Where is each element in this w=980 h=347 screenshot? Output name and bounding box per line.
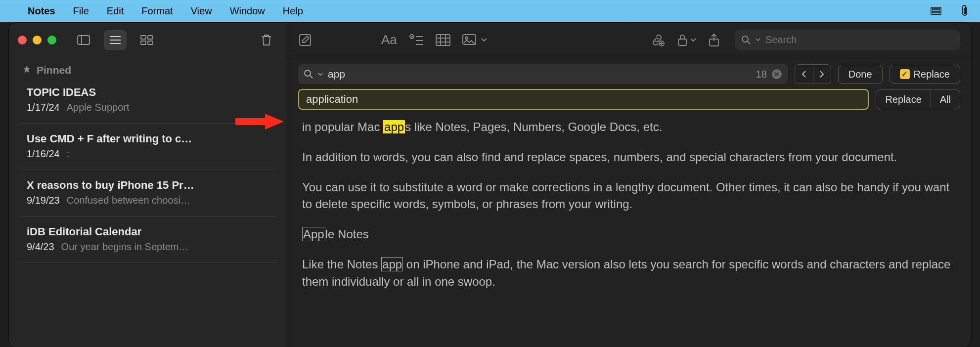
list-view-button[interactable] xyxy=(104,30,127,50)
toggle-sidebar-button[interactable] xyxy=(72,30,95,50)
search-icon xyxy=(742,36,751,44)
chevron-down-icon xyxy=(756,38,760,42)
find-match: App xyxy=(302,227,325,241)
menubar-item-format[interactable]: Format xyxy=(141,5,173,17)
replace-field[interactable] xyxy=(298,89,869,110)
svg-point-33 xyxy=(305,70,311,76)
find-field[interactable]: 18 ✕ xyxy=(298,64,788,84)
note-preview: Confused between choosi… xyxy=(67,195,190,206)
keyboard-viewer-icon[interactable] xyxy=(931,5,941,16)
svg-rect-4 xyxy=(933,11,940,13)
note-title: TOPIC IDEAS xyxy=(27,86,269,99)
body-text: in popular Mac xyxy=(302,120,383,133)
checklist-button[interactable] xyxy=(409,34,424,46)
svg-rect-12 xyxy=(141,41,146,44)
note-toolbar: Aa xyxy=(287,23,971,57)
find-replace-panel: 18 ✕ Done ✓ Replace xyxy=(287,57,971,115)
note-date: 1/16/24 xyxy=(27,148,60,160)
note-item[interactable]: TOPIC IDEAS 1/17/24 Apple Support xyxy=(19,82,277,124)
note-item[interactable]: X reasons to buy iPhone 15 Pr… 9/19/23 C… xyxy=(19,170,277,217)
svg-rect-3 xyxy=(938,8,940,10)
note-preview: : xyxy=(67,148,70,160)
body-text: Like the Notes xyxy=(302,258,381,271)
close-window-button[interactable] xyxy=(18,36,27,44)
media-button[interactable] xyxy=(462,34,487,46)
find-input[interactable] xyxy=(328,68,751,80)
sidebar-toolbar xyxy=(9,23,287,57)
svg-line-32 xyxy=(748,42,750,44)
menubar-item-window[interactable]: Window xyxy=(230,5,265,17)
note-date: 9/4/23 xyxy=(27,241,54,253)
link-note-button[interactable] xyxy=(650,34,665,46)
find-prev-button[interactable] xyxy=(795,65,813,84)
note-date: 9/19/23 xyxy=(27,195,60,206)
svg-rect-2 xyxy=(935,8,937,10)
note-preview: Apple Support xyxy=(67,102,130,113)
replace-input[interactable] xyxy=(306,93,861,106)
replace-all-button[interactable]: All xyxy=(931,90,960,109)
svg-rect-13 xyxy=(148,41,153,44)
pinned-label: Pinned xyxy=(37,64,71,76)
share-button[interactable] xyxy=(708,33,720,47)
chevron-down-icon xyxy=(318,73,323,76)
window-controls xyxy=(18,36,56,44)
menubar-item-help[interactable]: Help xyxy=(283,5,303,17)
chevron-down-icon xyxy=(690,38,696,42)
minimize-window-button[interactable] xyxy=(33,36,42,44)
body-text: s like Notes, Pages, Numbers, Google Doc… xyxy=(405,120,662,133)
sidebar: Pinned TOPIC IDEAS 1/17/24 Apple Support… xyxy=(9,23,287,347)
find-match: app xyxy=(381,257,403,271)
chevron-down-icon xyxy=(481,38,487,42)
svg-rect-10 xyxy=(141,36,146,39)
note-title: iDB Editorial Calendar xyxy=(27,225,269,238)
find-nav-buttons xyxy=(795,64,831,84)
svg-rect-14 xyxy=(300,35,311,45)
delete-note-button[interactable] xyxy=(255,30,278,50)
gallery-view-button[interactable] xyxy=(135,30,158,50)
clear-find-button[interactable]: ✕ xyxy=(772,69,782,79)
replace-toggle[interactable]: ✓ Replace xyxy=(890,65,960,84)
note-content[interactable]: in popular Mac apps like Notes, Pages, N… xyxy=(287,115,971,307)
svg-point-25 xyxy=(465,37,468,39)
note-title: X reasons to buy iPhone 15 Pr… xyxy=(27,179,269,192)
search-input[interactable] xyxy=(765,34,953,45)
done-button[interactable]: Done xyxy=(838,65,883,84)
chevron-right-icon xyxy=(819,70,825,78)
fullscreen-window-button[interactable] xyxy=(47,36,56,44)
replace-button[interactable]: Replace xyxy=(876,90,930,109)
chevron-left-icon xyxy=(801,70,807,78)
menubar-item-file[interactable]: File xyxy=(73,5,89,17)
svg-point-31 xyxy=(742,36,748,42)
svg-rect-5 xyxy=(78,36,89,44)
menubar-item-view[interactable]: View xyxy=(191,5,212,17)
notes-window: Pinned TOPIC IDEAS 1/17/24 Apple Support… xyxy=(9,23,971,347)
paperclip-icon[interactable] xyxy=(959,5,970,16)
note-date: 1/17/24 xyxy=(27,102,60,113)
menubar-app-name[interactable]: Notes xyxy=(28,5,55,17)
new-note-button[interactable] xyxy=(298,33,312,47)
svg-rect-19 xyxy=(436,35,450,45)
table-button[interactable] xyxy=(436,34,450,46)
lock-note-button[interactable] xyxy=(676,34,696,46)
svg-rect-1 xyxy=(933,8,935,10)
pinned-section-header: Pinned xyxy=(9,57,287,82)
macos-menubar: Notes File Edit Format View Window Help xyxy=(0,0,980,22)
text-style-button[interactable]: Aa xyxy=(381,32,397,47)
svg-rect-11 xyxy=(148,36,153,39)
search-icon xyxy=(304,70,313,79)
note-preview: Our year begins in Septem… xyxy=(61,241,189,253)
find-next-button[interactable] xyxy=(813,65,831,84)
body-text: You can use it to substitute a word or m… xyxy=(302,179,956,214)
svg-rect-29 xyxy=(678,39,686,45)
search-field[interactable] xyxy=(735,30,960,50)
find-match-count: 18 xyxy=(756,69,767,80)
replace-action-buttons: Replace All xyxy=(876,89,960,109)
note-item[interactable]: Use CMD + F after writing to c… 1/16/24 … xyxy=(19,124,277,170)
svg-line-34 xyxy=(310,76,312,78)
body-text: le Notes xyxy=(325,227,369,241)
pin-icon xyxy=(23,65,31,75)
note-item[interactable]: iDB Editorial Calendar 9/4/23 Our year b… xyxy=(19,217,277,263)
main-panel: Aa xyxy=(287,23,971,347)
menubar-item-edit[interactable]: Edit xyxy=(107,5,124,17)
notes-list: TOPIC IDEAS 1/17/24 Apple Support Use CM… xyxy=(9,82,287,263)
